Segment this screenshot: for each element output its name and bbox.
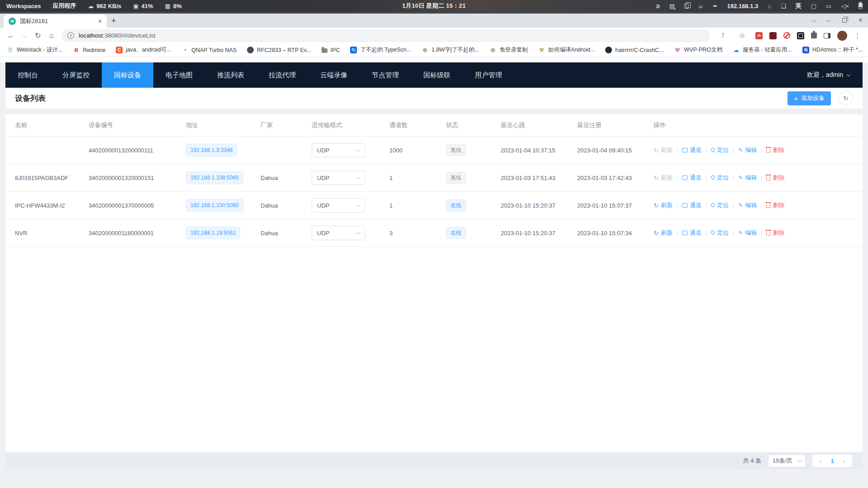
sidebar-toggle-icon[interactable]	[824, 33, 830, 38]
row-actions: ↻刷新 | 通道 | 定位 | ✎编辑 | 删除	[654, 201, 849, 209]
channel-action[interactable]: 通道	[682, 146, 702, 154]
bookmark-star-icon[interactable]: ☆	[736, 29, 749, 42]
memory-icon: ▦	[165, 3, 171, 9]
stream-mode-select[interactable]: UDP	[312, 226, 365, 240]
window-switcher-icon[interactable]: ▢	[811, 3, 816, 9]
window-stack-icon[interactable]: ❏	[781, 3, 786, 9]
extension-js-icon[interactable]: JS	[755, 32, 763, 39]
webstack-icon: ☰	[7, 47, 14, 53]
coffee-icon[interactable]: ☕	[698, 3, 703, 9]
bookmark-webstack[interactable]: ☰Webstack - 设计...	[7, 46, 62, 54]
bookmark-article[interactable]: ⊕1.8W字|了不起的...	[422, 46, 479, 54]
bookmark-cloud-server[interactable]: ☁服务器 - 轻量应用...	[733, 46, 792, 54]
delete-action[interactable]: 删除	[766, 146, 784, 154]
battery-icon[interactable]	[859, 3, 863, 9]
reload-button[interactable]: ↻	[32, 29, 44, 42]
bookmark-wvp-pro-docs[interactable]: ΨWVP-PRO文档	[674, 46, 722, 54]
status-green-dot	[674, 8, 676, 10]
bookmark-folder-ipc[interactable]: IPC	[322, 47, 340, 53]
applications-menu[interactable]: 应用程序	[52, 2, 76, 10]
extension-blocker-icon[interactable]	[783, 32, 790, 39]
tab-close-icon[interactable]: ×	[97, 18, 103, 25]
site-info-icon[interactable]: i	[67, 32, 74, 39]
stream-mode-select[interactable]: UDP	[312, 198, 365, 213]
locate-action[interactable]: 定位	[711, 174, 729, 182]
extension-wine-icon[interactable]	[769, 32, 777, 39]
locate-action[interactable]: 定位	[711, 201, 729, 209]
nav-item-e-map[interactable]: 电子地图	[153, 62, 205, 88]
input-method-indicator[interactable]: 英	[796, 2, 802, 10]
forward-button[interactable]: →	[18, 29, 31, 42]
current-page[interactable]: 1	[830, 458, 834, 464]
clipboard-icon[interactable]	[684, 4, 688, 9]
nav-item-user-manage[interactable]: 用户管理	[463, 62, 514, 88]
edit-action[interactable]: ✎编辑	[738, 201, 757, 209]
location-pin-icon	[710, 202, 715, 207]
stream-mode-select[interactable]: UDP	[312, 171, 365, 185]
edit-action[interactable]: ✎编辑	[738, 229, 757, 237]
delete-action[interactable]: 删除	[766, 174, 784, 182]
bookmark-csdn[interactable]: Cjava、android可...	[116, 46, 171, 54]
nav-item-gb-devices[interactable]: 国标设备	[102, 62, 153, 88]
channel-action[interactable]: 通道	[682, 229, 702, 237]
tray-app-b-icon[interactable]: b	[656, 3, 660, 9]
delete-action[interactable]: 删除	[766, 229, 784, 237]
address-bar[interactable]: i localhost:38080/#/deviceList	[62, 29, 710, 42]
extensions-puzzle-icon[interactable]	[811, 33, 817, 38]
browser-tab[interactable]: W 国标28181 ×	[4, 14, 107, 28]
refresh-list-button[interactable]: ↻	[839, 91, 853, 105]
refresh-action[interactable]: ↻刷新	[654, 201, 673, 209]
bookmark-qnap[interactable]: ◔QNAP Turbo NAS	[181, 47, 237, 53]
notes-icon[interactable]: ▤	[669, 3, 675, 9]
delete-action[interactable]: 删除	[766, 201, 784, 209]
new-tab-button[interactable]: +	[111, 16, 116, 26]
color-picker-icon[interactable]: ✒	[713, 3, 718, 9]
bookmark-github-crash[interactable]: hairrrrr/C-CrashC...	[605, 47, 664, 53]
add-device-button[interactable]: + 添加设备	[787, 91, 831, 105]
clock[interactable]: 1月10日 星期二 15：21	[402, 2, 465, 10]
device-id: 44020000013200000111	[89, 147, 186, 154]
next-page-button[interactable]: ›	[843, 458, 845, 464]
pencil-icon: ✎	[738, 203, 743, 208]
bookmark-android-build[interactable]: ⚒如何编译Android...	[538, 46, 595, 54]
prev-page-button[interactable]: ‹	[819, 458, 821, 464]
display-icon[interactable]: ▭	[826, 3, 831, 9]
status-badge: 离线	[446, 172, 466, 184]
tray-ip-address[interactable]: 192.168.1.3	[727, 3, 759, 9]
bookmark-redmine[interactable]: RRedmine	[73, 47, 105, 53]
bookmark-rfc2833[interactable]: RFC2833 – RTP Ev...	[247, 47, 311, 53]
volume-muted-icon[interactable]: ◁×	[841, 3, 849, 9]
extension-dark-icon[interactable]	[797, 32, 804, 39]
workspaces-button[interactable]: Workspaces	[6, 3, 41, 9]
bookmark-hdatmos[interactable]: NHDAtmos :: 种子 *...	[802, 46, 863, 54]
locate-action[interactable]: 定位	[711, 146, 729, 154]
nav-item-pull-proxy[interactable]: 拉流代理	[256, 62, 308, 88]
locate-action[interactable]: 定位	[711, 229, 729, 237]
edit-action[interactable]: ✎编辑	[738, 146, 757, 154]
back-button[interactable]: ←	[5, 29, 17, 42]
profile-avatar[interactable]	[837, 31, 847, 41]
close-window-button[interactable]: ×	[859, 16, 863, 24]
bookmark-zhihu-typescript[interactable]: 知了不起的 TypeScri...	[350, 46, 411, 54]
user-menu[interactable]: 欢迎，admin	[807, 71, 863, 79]
stream-mode-select[interactable]: UDP	[312, 143, 365, 157]
page-size-select[interactable]: 15条/页	[768, 455, 806, 467]
nav-item-split-monitor[interactable]: 分屏监控	[50, 62, 102, 88]
nav-item-cloud-record[interactable]: 云端录像	[308, 62, 360, 88]
channel-action[interactable]: 通道	[682, 174, 702, 182]
bookmark-copy-free[interactable]: ⊕免登录复制	[489, 46, 528, 54]
refresh-action[interactable]: ↻刷新	[654, 229, 673, 237]
nav-item-gb-cascade[interactable]: 国标级联	[411, 62, 463, 88]
share-icon[interactable]: ⤴	[716, 29, 729, 42]
tab-search-chevron-icon[interactable]	[812, 18, 816, 22]
nav-item-node-manage[interactable]: 节点管理	[360, 62, 411, 88]
browser-home-button[interactable]: ⌂	[45, 29, 58, 42]
restore-window-button[interactable]	[842, 18, 847, 23]
nav-item-push-list[interactable]: 推流列表	[205, 62, 256, 88]
edit-action[interactable]: ✎编辑	[738, 174, 757, 182]
channel-action[interactable]: 通道	[682, 201, 702, 209]
home-icon[interactable]: ⌂	[768, 3, 771, 9]
browser-menu-icon[interactable]: ⋮	[854, 32, 861, 40]
minimize-button[interactable]: –	[827, 17, 830, 24]
nav-item-dashboard[interactable]: 控制台	[5, 62, 50, 88]
